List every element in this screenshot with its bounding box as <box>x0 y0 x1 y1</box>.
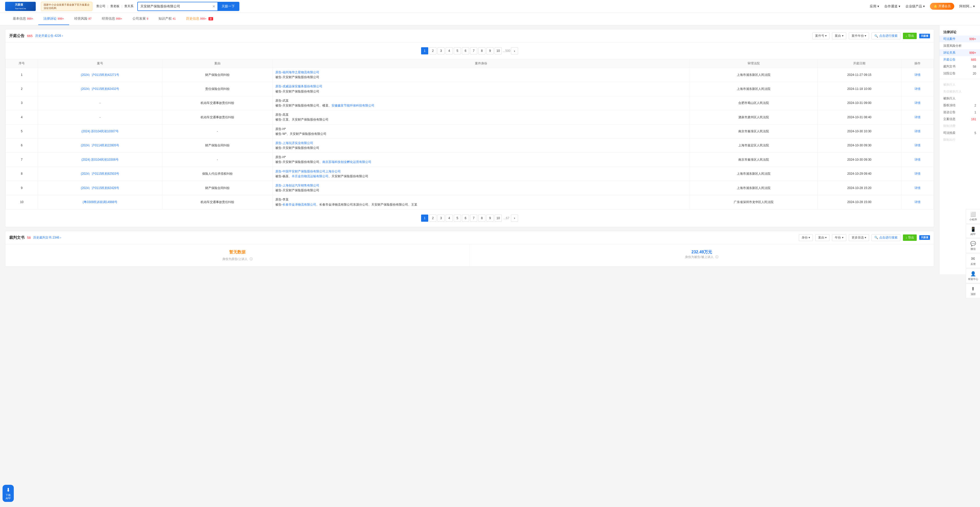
float-btn-mini-program[interactable]: ⬜ 小程序 <box>966 209 980 223</box>
history-judgment-link[interactable]: 历史裁判文书 2346 › <box>33 236 61 240</box>
tab-legal[interactable]: 法律诉讼 999+ <box>38 13 69 25</box>
page-btn-4[interactable]: 4 <box>445 47 453 54</box>
page-btn-10[interactable]: 10 <box>495 47 502 54</box>
nav-enterprise[interactable]: 企业级产品 ▾ <box>905 4 925 9</box>
detail-btn[interactable]: 详情 <box>915 129 921 133</box>
bottom-page-btn-5[interactable]: 5 <box>454 215 461 222</box>
sidebar-item-restrict-consume[interactable]: 限制消费 <box>939 123 980 129</box>
search-filter-jd-btn[interactable]: 🔍 点击进行搜索 <box>872 234 900 241</box>
sidebar-item-litigation-relation[interactable]: 诉讼关系 999+ <box>939 49 980 56</box>
sidebar-item-judicial-cases[interactable]: 司法案件 999+ <box>939 35 980 42</box>
sidebar-item-enforced[interactable]: 被执行人 <box>939 81 980 88</box>
sidebar-item-delivery[interactable]: 送达公告 1 <box>939 109 980 116</box>
sidebar-item-dishonest[interactable]: 失信被执行人 <box>939 88 980 95</box>
nav-cooperation[interactable]: 合作通道 ▾ <box>884 4 900 9</box>
bottom-page-btn-2[interactable]: 2 <box>429 215 436 222</box>
detail-btn[interactable]: 详情 <box>915 101 921 105</box>
bottom-page-btn-10[interactable]: 10 <box>495 215 502 222</box>
sidebar-item-opening-notice[interactable]: 开庭公告 665 <box>939 56 980 63</box>
detail-btn[interactable]: 详情 <box>915 73 921 77</box>
float-btn-feedback[interactable]: ✉ 反馈 <box>966 254 980 268</box>
page-btn-7[interactable]: 7 <box>470 47 477 54</box>
quick-link-company[interactable]: 查公司 <box>96 4 105 8</box>
case-no-link[interactable]: (2024) 苏0104民初10306号 <box>81 158 119 161</box>
filter-year[interactable]: 年份 ▾ <box>832 234 846 241</box>
bottom-page-btn-1[interactable]: 1 <box>421 215 428 222</box>
float-btn-help[interactable]: 👤 有疑中心 <box>966 268 980 274</box>
filter-reason-jd[interactable]: 案由 ▾ <box>815 234 829 241</box>
filter-identity[interactable]: 身份 ▾ <box>799 234 813 241</box>
detail-btn[interactable]: 详情 <box>915 158 921 161</box>
case-no-link[interactable]: (2024) 苏0104民初10307号 <box>81 129 119 133</box>
plaintiff-link[interactable]: 原告-戎威远保安服务股份有限公司 <box>275 84 322 88</box>
detail-btn[interactable]: 详情 <box>915 186 921 190</box>
filter-case-year[interactable]: 案件年份 ▾ <box>849 32 869 39</box>
tab-ip[interactable]: 知识产权 41 <box>153 13 181 25</box>
case-no-link[interactable]: (2024）沪0115民初82432号 <box>81 87 119 91</box>
page-btn-6[interactable]: 6 <box>462 47 469 54</box>
search-button[interactable]: 天眼一下 <box>218 2 239 11</box>
sidebar-item-judicial-auction[interactable]: 司法拍卖 5 <box>939 129 980 136</box>
company-link[interactable]: 安徽鑫富节能环保科技有限公司 <box>331 104 374 107</box>
tab-hist-info[interactable]: 历史信息 999+ 新 <box>181 13 218 25</box>
page-next-top[interactable]: › <box>511 47 518 54</box>
info-icon-left[interactable]: ⓘ <box>250 257 253 261</box>
case-no-link[interactable]: (粤0309民诉前调14988号 <box>83 200 118 204</box>
member-button[interactable]: ⭐ 开通会员 <box>930 3 954 10</box>
case-no-link[interactable]: (2024）沪0115民初82503号 <box>81 172 119 175</box>
detail-btn[interactable]: 详情 <box>915 143 921 147</box>
sidebar-item-equity-freeze[interactable]: 股权冻结 2 <box>939 102 980 109</box>
case-no-link[interactable]: (2024）沪0114民初22805号 <box>81 143 119 147</box>
bottom-page-btn-8[interactable]: 8 <box>478 215 485 222</box>
plaintiff-link[interactable]: 原告-中国平安财产保险股份有限公司上海分公司 <box>275 170 341 173</box>
sidebar-item-court-notice[interactable]: 法院公告 20 <box>939 70 980 77</box>
tab-basic-info[interactable]: 基本信息 999+ <box>8 13 38 25</box>
bottom-page-btn-4[interactable]: 4 <box>445 215 453 222</box>
bottom-page-btn-3[interactable]: 3 <box>438 215 445 222</box>
nav-app[interactable]: 应用 ▾ <box>870 4 879 9</box>
company-link[interactable]: 长春市金泽物流有限公司 <box>283 203 316 206</box>
case-no-link[interactable]: (2024）沪0115民初42271号 <box>81 73 119 77</box>
search-input[interactable] <box>138 3 210 10</box>
company-link[interactable]: 南京苏瑞科技创业孵化运营有限公司 <box>322 160 371 164</box>
page-btn-2[interactable]: 2 <box>429 47 436 54</box>
detail-btn[interactable]: 详情 <box>915 172 921 175</box>
logo-image[interactable]: 天眼查TianYanCha <box>5 2 36 11</box>
sidebar-item-enforced2[interactable]: 被执行人 <box>939 95 980 102</box>
detail-btn[interactable]: 详情 <box>915 115 921 119</box>
detail-btn[interactable]: 详情 <box>915 87 921 91</box>
detail-btn[interactable]: 详情 <box>915 200 921 204</box>
page-next-bottom[interactable]: › <box>511 215 518 222</box>
sidebar-item-deep-risk[interactable]: 深度风险分析 <box>939 42 980 49</box>
tab-operation-info[interactable]: 经营信息 999+ <box>97 13 127 25</box>
quick-link-relation[interactable]: 查关系 <box>124 4 134 8</box>
page-btn-9[interactable]: 9 <box>487 47 493 54</box>
bottom-page-btn-7[interactable]: 7 <box>470 215 477 222</box>
page-btn-1[interactable]: 1 <box>421 47 428 54</box>
float-btn-wechat[interactable]: 💬 微信 <box>966 238 980 253</box>
plaintiff-link[interactable]: 原告-福州海华之星物流有限公司 <box>275 70 319 74</box>
nav-user[interactable]: 阿邻阿... ▾ <box>959 4 975 9</box>
page-btn-3[interactable]: 3 <box>438 47 445 54</box>
bottom-page-btn-9[interactable]: 9 <box>487 215 493 222</box>
quick-link-boss[interactable]: 查老板 <box>110 4 119 8</box>
export-button[interactable]: ↓ 导出 <box>903 33 917 39</box>
company-link[interactable]: 丰庄金坊物流运输有限公司 <box>292 174 328 178</box>
bottom-page-btn-6[interactable]: 6 <box>462 215 469 222</box>
plaintiff-link[interactable]: 原告-上海玩济实业有限公司 <box>275 141 313 145</box>
tab-operation-risk[interactable]: 经营风险 87 <box>69 13 97 25</box>
info-icon-right[interactable]: ⓘ <box>715 255 718 259</box>
sidebar-item-judgment-docs[interactable]: 裁判文书 58 <box>939 63 980 70</box>
plaintiff-link[interactable]: 原告-上海创运汽车销售有限公司 <box>275 183 319 187</box>
filter-case-type[interactable]: 案件号 ▾ <box>812 32 829 39</box>
export-jd-button[interactable]: ↓ 导出 <box>903 234 917 241</box>
page-btn-5[interactable]: 5 <box>454 47 461 54</box>
search-clear-icon[interactable]: ✕ <box>210 4 218 8</box>
filter-more[interactable]: 更多筛选 ▾ <box>849 234 869 241</box>
case-no-link[interactable]: (2024）沪0115民初82426号 <box>81 186 119 190</box>
history-opening-link[interactable]: 历史开庭公告 4226 › <box>35 34 63 38</box>
sidebar-item-restrict-travel[interactable]: 限制出行 <box>939 136 980 143</box>
sidebar-item-case-info[interactable]: 立案信息 161 <box>939 116 980 123</box>
page-btn-8[interactable]: 8 <box>478 47 485 54</box>
tab-company-dev[interactable]: 公司发展 9 <box>127 13 153 25</box>
